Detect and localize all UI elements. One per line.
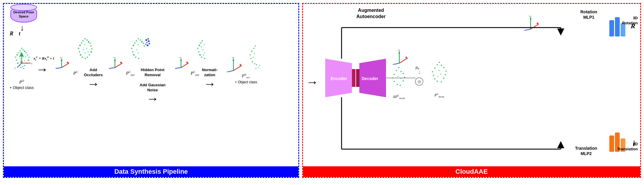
svg-line-169: [524, 29, 531, 31]
svg-point-102: [201, 57, 202, 58]
svg-point-50: [79, 51, 80, 52]
latent-bars: [352, 69, 360, 87]
svg-point-51: [89, 54, 90, 55]
svg-point-165: [440, 74, 441, 75]
svg-point-4: [18, 52, 19, 53]
svg-text:z: z: [14, 66, 16, 70]
svg-marker-113: [233, 59, 234, 61]
decoder-svg: Decoder: [359, 59, 386, 97]
svg-text:C: C: [113, 57, 116, 59]
svg-marker-171: [530, 17, 531, 19]
plus-circle: ⊕: [415, 77, 423, 86]
svg-line-62: [115, 63, 122, 68]
svg-point-13: [17, 63, 19, 64]
pnocc-label: PNocc: [225, 73, 267, 79]
translation-mlp-label: TranslationMLP2: [575, 146, 597, 156]
delta-p-label: ΔPCrecon: [387, 94, 411, 100]
svg-marker-38: [67, 61, 69, 63]
svg-text:N: N: [398, 50, 401, 52]
svg-point-106: [204, 44, 205, 45]
svg-point-49: [91, 51, 92, 53]
svg-point-83: [145, 39, 147, 41]
svg-point-155: [443, 67, 444, 68]
svg-point-8: [28, 57, 30, 58]
left-panel-label: Data Synthesis Pipeline: [4, 166, 298, 177]
svg-line-133: [399, 58, 408, 63]
svg-point-54: [82, 57, 83, 58]
svg-line-92: [175, 68, 181, 68]
encoder-container: Encoder: [325, 59, 352, 98]
left-panel: Desired Pose Space R t ↓: [3, 3, 299, 178]
svg-point-160: [434, 78, 435, 79]
svg-point-0: [21, 48, 22, 49]
svg-point-42: [88, 41, 89, 43]
latent-bar-1: [352, 69, 355, 87]
add-occluders-label: Add Occluders: [81, 68, 105, 78]
svg-point-138: [398, 67, 399, 68]
svg-point-142: [403, 73, 404, 74]
svg-point-77: [133, 54, 135, 56]
svg-point-141: [394, 74, 395, 75]
n-axis-right-svg: N: [390, 50, 408, 65]
step-po: x y z O PO + Object class: [8, 42, 35, 90]
svg-point-103: [204, 58, 205, 59]
cylinder: Desired Pose Space: [10, 6, 37, 23]
svg-text:N: N: [232, 57, 235, 59]
svg-point-123: [254, 53, 255, 54]
c-axis-svg-1: C: [53, 57, 71, 69]
svg-point-124: [253, 57, 254, 58]
r-t-labels: R t: [10, 31, 20, 37]
arrow2: →: [81, 78, 105, 90]
svg-point-7: [17, 54, 18, 56]
svg-point-41: [82, 40, 84, 42]
svg-point-158: [433, 75, 434, 76]
normalization-label: Normali- zation: [198, 68, 222, 78]
svg-point-159: [445, 74, 446, 75]
svg-point-20: [23, 57, 24, 58]
pose-space-box: Desired Pose Space: [7, 6, 40, 23]
svg-marker-137: [405, 56, 408, 58]
svg-point-75: [131, 48, 132, 49]
svg-point-44: [89, 43, 91, 44]
svg-point-104: [203, 50, 204, 50]
svg-point-88: [145, 44, 146, 45]
process-hpr: Hidden Point RemovalAdd Gaussian Noise →: [136, 68, 169, 105]
svg-point-45: [90, 45, 92, 47]
svg-line-34: [62, 63, 69, 68]
cloud-pcocc2-svg: [191, 34, 218, 69]
svg-point-39: [84, 38, 86, 39]
svg-point-97: [200, 42, 201, 44]
svg-point-16: [22, 66, 23, 67]
svg-point-86: [146, 42, 148, 43]
right-panel: AugmentedAutoencoder → Encoder Decoder: [302, 3, 641, 178]
svg-text:C: C: [60, 57, 63, 59]
svg-point-151: [439, 62, 440, 63]
svg-point-72: [143, 43, 144, 44]
svg-point-99: [197, 48, 198, 49]
svg-point-152: [437, 64, 438, 65]
svg-text:Decoder: Decoder: [362, 76, 379, 81]
svg-point-115: [255, 45, 256, 47]
cloud-pnocc-svg: [243, 42, 267, 72]
formula: xiC = RxiO + t: [33, 56, 54, 61]
c-axis-top-right: C: [522, 16, 539, 32]
arrow4: →: [198, 78, 222, 90]
svg-point-24: [19, 56, 20, 57]
svg-point-119: [251, 58, 252, 59]
svg-line-91: [181, 63, 188, 68]
svg-point-162: [437, 81, 438, 82]
svg-point-82: [138, 52, 139, 53]
svg-point-3: [24, 51, 25, 52]
svg-point-1: [23, 49, 24, 50]
svg-point-76: [132, 51, 133, 52]
svg-marker-65: [114, 59, 116, 61]
svg-point-58: [83, 50, 84, 50]
arrow3: →: [136, 92, 169, 105]
svg-line-35: [56, 68, 62, 68]
svg-point-68: [140, 39, 141, 41]
svg-point-146: [403, 80, 404, 82]
svg-point-5: [25, 52, 27, 53]
svg-point-59: [88, 52, 89, 52]
rotation-mlp-label: RotationMLP1: [580, 9, 597, 20]
svg-point-69: [136, 40, 137, 42]
